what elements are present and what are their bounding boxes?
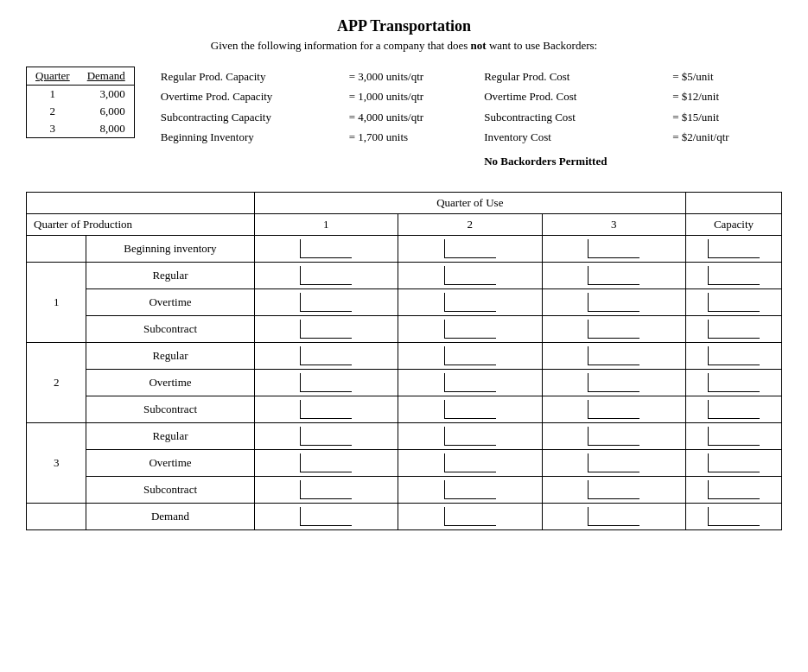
demand-row-empty <box>27 503 86 529</box>
cell-q2o-cap[interactable] <box>685 369 781 396</box>
input-q1s-cap[interactable] <box>708 320 760 339</box>
input-beg-q1[interactable] <box>300 239 352 258</box>
input-q2r-cap[interactable] <box>708 346 760 365</box>
cell-q3o-q2[interactable] <box>398 449 542 476</box>
cell-q1o-q2[interactable] <box>398 288 542 315</box>
cell-q2o-q2[interactable] <box>398 369 542 396</box>
input-q3o-q2[interactable] <box>444 453 496 472</box>
input-beg-q3[interactable] <box>588 239 639 258</box>
cell-q3o-q3[interactable] <box>542 449 685 476</box>
input-demand-q2[interactable] <box>444 507 496 526</box>
input-q2r-q1[interactable] <box>300 346 352 365</box>
cell-q1r-q3[interactable] <box>542 262 685 288</box>
input-beg-cap[interactable] <box>708 239 760 258</box>
input-q1o-q2[interactable] <box>444 293 496 312</box>
cell-q3r-q1[interactable] <box>254 422 398 449</box>
input-demand-q3[interactable] <box>588 507 639 526</box>
cell-q3r-q2[interactable] <box>398 422 542 449</box>
cell-q1r-q2[interactable] <box>398 262 542 288</box>
input-q3s-cap[interactable] <box>708 480 760 499</box>
cell-demand-cap[interactable] <box>685 503 781 529</box>
demand-row-label: Demand <box>86 503 254 529</box>
input-q1o-cap[interactable] <box>708 293 760 312</box>
cell-q2r-q1[interactable] <box>254 342 398 369</box>
input-q1r-q3[interactable] <box>588 266 639 285</box>
cell-beg-q2[interactable] <box>398 235 542 262</box>
row-q2-subcontract-type: Subcontract <box>86 396 254 422</box>
cell-q2o-q1[interactable] <box>254 369 398 396</box>
input-q2o-q3[interactable] <box>588 373 639 392</box>
input-q2s-q2[interactable] <box>444 400 496 419</box>
cell-q1o-q3[interactable] <box>542 288 685 315</box>
cell-q1s-q1[interactable] <box>254 315 398 342</box>
input-q1r-cap[interactable] <box>708 266 760 285</box>
overtime-cost-value: = $12/unit <box>672 86 719 106</box>
cell-demand-q3[interactable] <box>542 503 685 529</box>
demand-table-demand-header: Demand <box>79 67 135 86</box>
input-q3o-q3[interactable] <box>588 453 639 472</box>
demand-quarter-1: 1 <box>27 86 79 104</box>
cell-q3s-q1[interactable] <box>254 476 398 503</box>
input-q1o-q3[interactable] <box>588 293 639 312</box>
cell-q1r-cap[interactable] <box>685 262 781 288</box>
cell-q3r-q3[interactable] <box>542 422 685 449</box>
input-q1s-q3[interactable] <box>588 320 639 339</box>
cell-q1s-cap[interactable] <box>685 315 781 342</box>
input-q1o-q1[interactable] <box>300 293 352 312</box>
input-demand-cap[interactable] <box>708 507 760 526</box>
cell-q1o-q1[interactable] <box>254 288 398 315</box>
input-q1r-q2[interactable] <box>444 266 496 285</box>
cell-q1s-q3[interactable] <box>542 315 685 342</box>
cell-beg-q3[interactable] <box>542 235 685 262</box>
row-q2-subcontract: Subcontract <box>27 396 782 422</box>
input-q3r-q3[interactable] <box>588 427 639 446</box>
cell-q3r-cap[interactable] <box>685 422 781 449</box>
input-q2s-cap[interactable] <box>708 400 760 419</box>
input-q2r-q2[interactable] <box>444 346 496 365</box>
input-q3o-cap[interactable] <box>708 453 760 472</box>
cell-demand-q1[interactable] <box>254 503 398 529</box>
cell-q3s-q3[interactable] <box>542 476 685 503</box>
input-q2o-q2[interactable] <box>444 373 496 392</box>
cell-q2s-q3[interactable] <box>542 396 685 422</box>
input-q3r-q1[interactable] <box>300 427 352 446</box>
input-q2s-q3[interactable] <box>588 400 639 419</box>
input-q1s-q2[interactable] <box>444 320 496 339</box>
overtime-cap-value: = 1,000 units/qtr <box>349 86 423 106</box>
input-q2r-q3[interactable] <box>588 346 639 365</box>
cell-q3o-q1[interactable] <box>254 449 398 476</box>
cell-q1o-cap[interactable] <box>685 288 781 315</box>
input-demand-q1[interactable] <box>300 507 352 526</box>
input-q3o-q1[interactable] <box>300 453 352 472</box>
cell-q3o-cap[interactable] <box>685 449 781 476</box>
input-q2o-q1[interactable] <box>300 373 352 392</box>
input-q2s-q1[interactable] <box>300 400 352 419</box>
quarter-col-header-1: 1 <box>254 213 398 235</box>
cell-q2s-q1[interactable] <box>254 396 398 422</box>
input-q3r-q2[interactable] <box>444 427 496 446</box>
cell-q1r-q1[interactable] <box>254 262 398 288</box>
cell-q2r-q2[interactable] <box>398 342 542 369</box>
cell-q2s-cap[interactable] <box>685 396 781 422</box>
cell-q2o-q3[interactable] <box>542 369 685 396</box>
cell-q2s-q2[interactable] <box>398 396 542 422</box>
input-q3r-cap[interactable] <box>708 427 760 446</box>
cell-demand-q2[interactable] <box>398 503 542 529</box>
cell-q1s-q2[interactable] <box>398 315 542 342</box>
input-q3s-q3[interactable] <box>588 480 639 499</box>
subtitle: Given the following information for a co… <box>26 39 782 53</box>
cell-q3s-cap[interactable] <box>685 476 781 503</box>
cell-q2r-q3[interactable] <box>542 342 685 369</box>
input-q3s-q2[interactable] <box>444 480 496 499</box>
input-q2o-cap[interactable] <box>708 373 760 392</box>
cell-beg-cap[interactable] <box>685 235 781 262</box>
input-q1r-q1[interactable] <box>300 266 352 285</box>
input-beg-q2[interactable] <box>444 239 496 258</box>
input-q3s-q1[interactable] <box>300 480 352 499</box>
app-table: Quarter of Use Quarter of Production 1 2… <box>26 192 782 530</box>
cell-q2r-cap[interactable] <box>685 342 781 369</box>
cell-q3s-q2[interactable] <box>398 476 542 503</box>
cell-beg-q1[interactable] <box>254 235 398 262</box>
row-q1-regular-type: Regular <box>86 262 254 288</box>
input-q1s-q1[interactable] <box>300 320 352 339</box>
